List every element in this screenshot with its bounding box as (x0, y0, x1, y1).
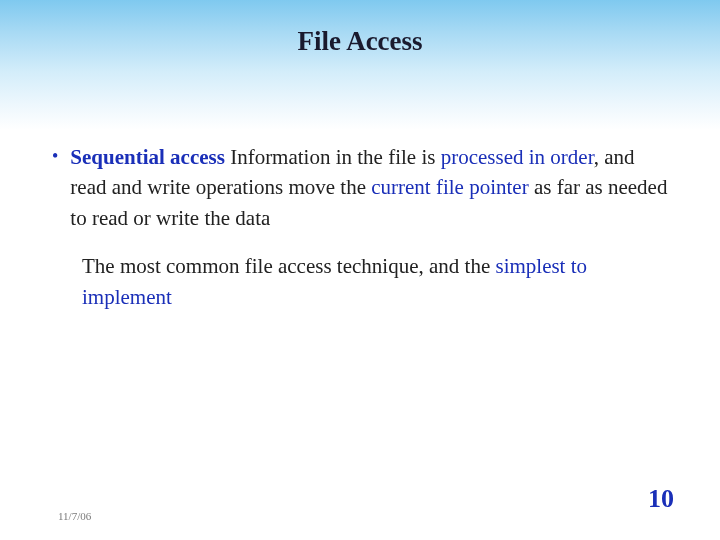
bullet-icon: • (52, 142, 58, 171)
bullet-item: • Sequential access Information in the f… (52, 142, 672, 233)
bullet-text: Sequential access Information in the fil… (70, 142, 672, 233)
slide-content: • Sequential access Information in the f… (52, 142, 672, 312)
header-gradient (0, 0, 720, 130)
paragraph: The most common file access technique, a… (82, 251, 672, 312)
footer-date: 11/7/06 (58, 510, 91, 522)
term: Sequential access (70, 145, 225, 169)
text-seg: Information in the file is (225, 145, 441, 169)
highlight: processed in order (441, 145, 594, 169)
text-seg: The most common file access technique, a… (82, 254, 495, 278)
highlight: current file pointer (371, 175, 528, 199)
slide-title: File Access (0, 26, 720, 57)
page-number: 10 (648, 484, 674, 514)
